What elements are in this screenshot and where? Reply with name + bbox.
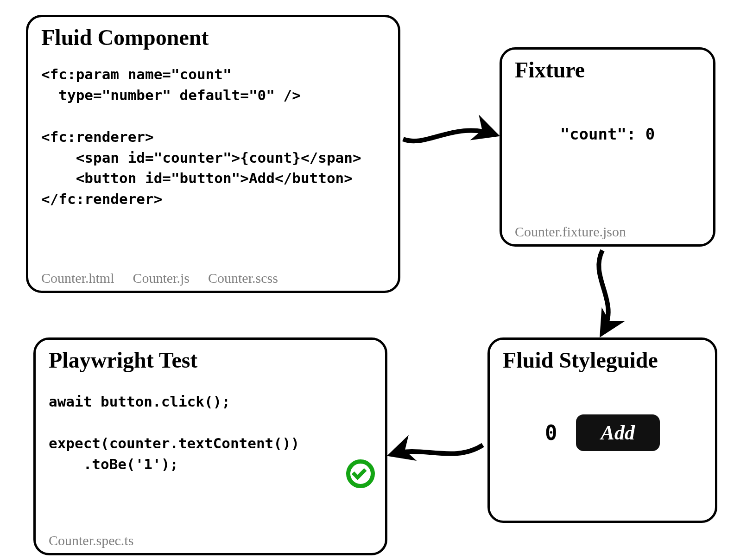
fixture-files: Counter.fixture.json — [515, 224, 700, 240]
fixture-code: "count": 0 — [560, 123, 655, 146]
file-label: Counter.html — [41, 270, 114, 286]
file-label: Counter.js — [133, 270, 190, 286]
playwright-test-code: await button.click(); expect(counter.tex… — [49, 391, 372, 475]
file-label: Counter.scss — [208, 270, 278, 286]
fluid-styleguide-box: Fluid Styleguide 0 Add — [487, 337, 717, 523]
fixture-box: Fixture "count": 0 Counter.fixture.json — [500, 47, 715, 247]
fluid-component-files: Counter.html Counter.js Counter.scss — [41, 270, 385, 286]
fixture-title: Fixture — [515, 58, 700, 83]
playwright-test-box: Playwright Test await button.click(); ex… — [33, 337, 387, 555]
fluid-component-title: Fluid Component — [41, 25, 385, 50]
fluid-styleguide-title: Fluid Styleguide — [503, 348, 702, 373]
playwright-test-title: Playwright Test — [49, 348, 372, 373]
fluid-component-box: Fluid Component <fc:param name="count" t… — [26, 15, 400, 293]
fluid-component-code: <fc:param name="count" type="number" def… — [41, 64, 385, 210]
arrow-styleguide-to-playwright — [392, 445, 483, 454]
styleguide-counter-value: 0 — [545, 421, 557, 445]
styleguide-add-button[interactable]: Add — [576, 414, 660, 451]
file-label: Counter.fixture.json — [515, 224, 626, 240]
playwright-test-files: Counter.spec.ts — [49, 533, 372, 548]
arrow-component-to-fixture — [403, 130, 495, 141]
test-pass-icon — [346, 459, 375, 488]
arrow-fixture-to-styleguide — [599, 250, 608, 333]
file-label: Counter.spec.ts — [49, 533, 133, 548]
